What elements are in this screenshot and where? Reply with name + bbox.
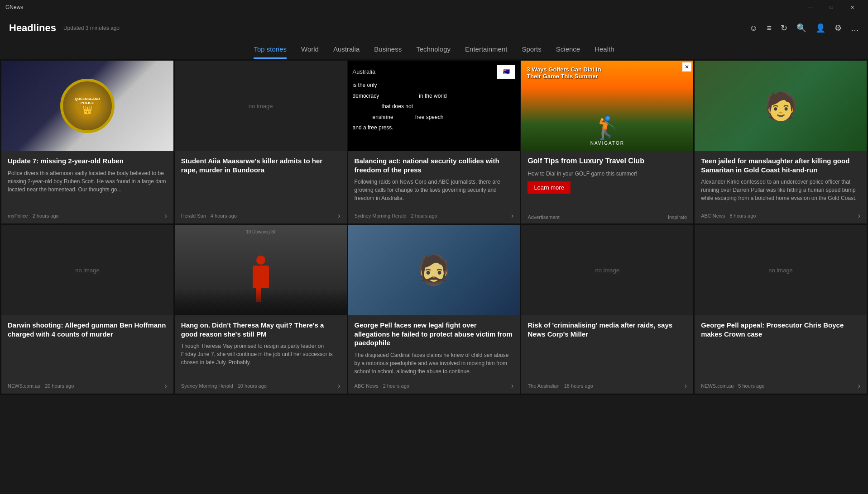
card-4-desc: How to Dial in your GOLF game this summe… [528,170,687,178]
card-3-time: 2 hours ago [411,213,437,218]
tab-top-stories[interactable]: Top stories [254,45,287,59]
more-icon[interactable]: … [851,24,859,33]
header-right: ☺ ≡ ↻ 🔍 👤 ⚙ … [749,23,859,33]
card-7-arrow[interactable]: › [338,382,340,390]
card-1-source-row: myPolice 2 hours ago [8,213,59,218]
card-2-arrow[interactable]: › [338,212,340,220]
tab-science[interactable]: Science [556,45,580,59]
card-3-source: Sydney Morning Herald [355,213,407,218]
tab-health[interactable]: Health [595,45,614,59]
ad-close-button[interactable]: ✕ [682,62,691,71]
card-2-time: 4 hours ago [211,213,237,218]
golf-overlay: 3 Ways Golfers Can Dial InTheir Game Thi… [521,61,693,151]
card-3-footer: Sydney Morning Herald 2 hours ago › [348,208,520,223]
card-9-source-row: The Australian 18 hours ago [528,383,593,389]
news-card-1[interactable]: QUEENSLANDPOLICE 👑 Update 7: missing 2-y… [1,61,173,223]
card-2-source: Herald Sun [181,213,206,218]
card-2-source-row: Herald Sun 4 hours ago [181,213,237,218]
news-card-6[interactable]: no image Darwin shooting: Alleged gunman… [1,225,173,394]
tab-world[interactable]: World [301,45,319,59]
card-7-footer: Sydney Morning Herald 10 hours ago › [175,378,347,394]
tab-sports[interactable]: Sports [522,45,541,59]
card-4-image: ✕ 3 Ways Golfers Can Dial InTheir Game T… [521,61,693,151]
no-image-label-2: no image [249,103,273,109]
header-left: Headlines Updated 3 minutes ago [9,22,120,34]
app-name-area: GNews [5,4,23,10]
navigation-bar: Top stories World Australia Business Tec… [0,42,868,59]
card-1-time: 2 hours ago [33,213,59,218]
list-icon[interactable]: ≡ [767,24,772,33]
card-10-image: no image [695,225,867,315]
emoji-icon[interactable]: ☺ [749,24,758,33]
tab-entertainment[interactable]: Entertainment [465,45,507,59]
card-7-desc: Though Theresa May promised to resign as… [181,342,340,366]
title-bar: GNews — □ ✕ [0,0,868,14]
ad-provider: Inspirato [668,214,687,220]
card-8-source: ABC News [355,383,379,389]
golf-ad-headline: 3 Ways Golfers Can Dial InTheir Game Thi… [527,66,688,80]
card-10-title: George Pell appeal: Prosecutor Chris Boy… [701,321,860,338]
tab-australia[interactable]: Australia [333,45,360,59]
news-card-3[interactable]: Australia 🇦🇺 is the only democracy in th… [348,61,520,223]
card-6-arrow[interactable]: › [164,382,167,390]
news-card-8[interactable]: 🧔 George Pell faces new legal fight over… [348,225,520,394]
card-2-footer: Herald Sun 4 hours ago › [175,208,347,223]
news-card-7[interactable]: 10 Downing St Hang on. Didn't Theresa Ma… [175,225,347,394]
card-6-source-row: NEWS.com.au 20 hours ago [8,383,74,389]
app-header: Headlines Updated 3 minutes ago ☺ ≡ ↻ 🔍 … [0,14,868,42]
card-3-arrow[interactable]: › [511,212,513,220]
card-3-source-row: Sydney Morning Herald 2 hours ago [355,213,437,218]
card-10-source-row: NEWS.com.au 5 hours ago [701,383,764,389]
card-9-footer: The Australian 18 hours ago › [521,378,693,394]
card-6-image: no image [1,225,173,315]
no-image-label-10: no image [768,267,792,274]
search-icon[interactable]: 🔍 [796,23,806,33]
card-9-time: 18 hours ago [564,383,593,389]
card-10-time: 5 hours ago [738,383,764,389]
tab-business[interactable]: Business [374,45,402,59]
card-5-image: 🧑 [695,61,867,151]
card-10-arrow[interactable]: › [858,382,860,390]
card-7-source-row: Sydney Morning Herald 10 hours ago [181,383,267,389]
app-name-label: GNews [5,4,23,10]
card-8-source-row: ABC News 2 hours ago [355,383,409,389]
card-6-source: NEWS.com.au [8,383,40,389]
card-9-arrow[interactable]: › [685,382,687,390]
no-image-label-6: no image [75,267,99,274]
window-controls: — □ ✕ [800,0,863,14]
card-4-footer: Advertisement Inspirato [521,211,693,223]
news-card-4[interactable]: ✕ 3 Ways Golfers Can Dial InTheir Game T… [521,61,693,223]
card-1-image: QUEENSLANDPOLICE 👑 [1,61,173,151]
news-card-2[interactable]: no image Student Aiia Maasarwe's killer … [175,61,347,223]
card-10-footer: NEWS.com.au 5 hours ago › [695,378,867,394]
news-card-10[interactable]: no image George Pell appeal: Prosecutor … [695,225,867,394]
card-8-arrow[interactable]: › [511,382,513,390]
card-1-source: myPolice [8,213,28,218]
card-5-arrow[interactable]: › [858,212,860,220]
settings-icon[interactable]: ⚙ [834,23,842,33]
police-badge: QUEENSLANDPOLICE 👑 [60,79,115,133]
minimize-button[interactable]: — [800,0,821,14]
card-2-image: no image [175,61,347,151]
card-1-arrow[interactable]: › [164,212,167,220]
ad-label: Advertisement [528,214,559,220]
card-6-footer: NEWS.com.au 20 hours ago › [1,378,173,394]
learn-more-button[interactable]: Learn more [528,181,570,194]
page-title: Headlines [9,22,56,34]
close-button[interactable]: ✕ [842,0,863,14]
card-7-source: Sydney Morning Herald [181,383,233,389]
card-5-source-row: ABC News 8 hours ago [701,213,756,218]
refresh-icon[interactable]: ↻ [781,23,787,33]
card-1-footer: myPolice 2 hours ago › [1,208,173,223]
last-updated: Updated 3 minutes ago [63,25,120,31]
maximize-button[interactable]: □ [821,0,842,14]
card-9-image: no image [521,225,693,315]
card-10-source: NEWS.com.au [701,383,734,389]
news-card-5[interactable]: 🧑 Teen jailed for manslaughter after kil… [695,61,867,223]
user-icon[interactable]: 👤 [815,23,825,33]
news-card-9[interactable]: no image Risk of 'criminalising' media a… [521,225,693,394]
tab-technology[interactable]: Technology [416,45,451,59]
article-img-3: Australia 🇦🇺 is the only democracy in th… [348,61,520,151]
card-3-desc: Following raids on News Corp and ABC jou… [355,178,514,202]
card-4-title: Golf Tips from Luxury Travel Club [528,157,687,166]
